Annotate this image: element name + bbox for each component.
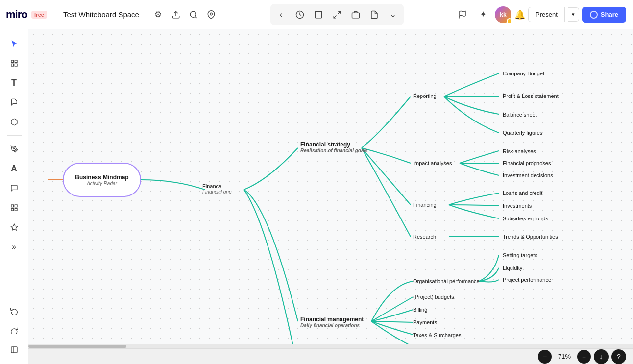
frames-button[interactable]	[310, 6, 327, 24]
financial-management-label: Financial management Daily financial ope…	[300, 316, 364, 328]
avatar-status-badge	[507, 18, 512, 24]
center-toolbar: ‹ ⌄	[270, 4, 404, 25]
taxes-surcharges-label: Taxes & Surcharges	[413, 332, 461, 338]
present-dropdown-button[interactable]: ▾	[568, 7, 579, 22]
select-tool[interactable]	[5, 34, 24, 53]
central-node-subtitle: Activity Radar	[87, 181, 117, 186]
svg-point-3	[210, 13, 213, 15]
risk-analyses-label: Risk analyses	[503, 148, 536, 154]
svg-rect-5	[315, 11, 322, 18]
sparkle-button[interactable]: ✦	[474, 6, 492, 24]
org-performance-label: Organisational performance	[413, 278, 480, 284]
pen-tool[interactable]	[5, 140, 24, 158]
globe-icon	[590, 11, 598, 19]
more-center-button[interactable]: ⌄	[384, 6, 402, 24]
loans-credit-label: Loans and credit	[503, 190, 542, 196]
central-node-title: Business Mindmap	[75, 174, 128, 181]
text-tool[interactable]: T	[5, 73, 24, 92]
font-tool[interactable]: A	[5, 159, 24, 178]
liquidity-label: Liquidity	[503, 265, 522, 271]
fullscreen-button[interactable]	[328, 6, 346, 24]
help-button[interactable]: ?	[611, 349, 626, 364]
central-node[interactable]: Business Mindmap Activity Radar	[63, 163, 141, 197]
financial-strategy-label: Financial strategy Realisation of financ…	[300, 141, 368, 153]
scrollbar-thumb[interactable]	[28, 345, 126, 348]
download-button[interactable]: ↓	[594, 349, 609, 364]
shape-tool[interactable]	[5, 113, 24, 131]
redo-button[interactable]	[5, 321, 24, 340]
svg-rect-10	[11, 60, 14, 63]
svg-rect-17	[11, 208, 14, 211]
svg-line-7	[334, 15, 336, 18]
financial-prognoses-label: Financial prognoses	[503, 160, 551, 166]
sidebar-sep-1	[7, 135, 22, 136]
svg-line-6	[338, 11, 340, 14]
canvas[interactable]: .branch-line { fill: none; stroke: #1abc…	[28, 29, 633, 364]
quarterly-figures-label: Quarterly figures	[503, 130, 542, 136]
trends-opportunities-label: Trends & Opportunities	[503, 234, 558, 240]
zoom-out-button[interactable]: −	[538, 350, 552, 364]
investment-decisions-label: Investment decisions	[503, 172, 553, 178]
zoom-level-display: 71%	[555, 353, 574, 360]
left-sidebar: T A »	[0, 29, 28, 364]
logo-area: miro free	[0, 8, 53, 21]
svg-rect-12	[11, 64, 14, 66]
share-label: Share	[601, 11, 618, 18]
sticky-tool[interactable]	[5, 93, 24, 112]
voting-button[interactable]	[347, 6, 365, 24]
pin-button[interactable]	[202, 6, 220, 24]
svg-marker-19	[11, 224, 17, 230]
avatar[interactable]: kk	[495, 6, 511, 23]
notes-button[interactable]	[365, 6, 383, 24]
notification-bell-icon[interactable]: 🔔	[514, 9, 525, 20]
zoom-in-button[interactable]: +	[577, 350, 591, 364]
expand-sidebar-btn[interactable]: »	[5, 238, 24, 256]
search-button[interactable]	[185, 6, 202, 24]
present-button[interactable]: Present	[528, 7, 565, 22]
svg-rect-16	[15, 205, 17, 207]
free-badge: free	[31, 11, 47, 19]
investments-label: Investments	[503, 203, 532, 209]
nav-divider-2	[146, 7, 146, 22]
collapse-button[interactable]: ‹	[272, 6, 290, 24]
svg-rect-8	[352, 13, 359, 18]
avatar-initials: kk	[500, 11, 506, 18]
pl-statement-label: Profit & Loss statement	[503, 93, 559, 99]
research-label: Research	[413, 234, 436, 240]
sidebar-sep-2	[7, 297, 22, 297]
flag-button[interactable]	[454, 6, 471, 24]
setting-targets-label: Setting targets	[503, 252, 537, 258]
share-button[interactable]: Share	[582, 7, 626, 23]
balance-sheet-label: Balance sheet	[503, 112, 537, 118]
workspace-title: Test Whiteboard Space	[59, 10, 143, 19]
svg-rect-20	[11, 347, 17, 353]
financing-label: Financing	[413, 202, 437, 208]
bottom-bar: − 71% + ↓ ?	[28, 348, 633, 364]
comment-tool[interactable]	[5, 179, 24, 197]
subsidies-label: Subsidies en funds	[503, 216, 548, 221]
miro-logo: miro	[6, 8, 27, 21]
board-view-button[interactable]	[5, 340, 24, 359]
impact-analyses-label: Impact analyses	[413, 160, 452, 166]
nav-right: ✦ kk 🔔 Present▾ Share	[454, 6, 633, 24]
svg-line-2	[195, 16, 196, 18]
settings-button[interactable]: ⚙	[149, 6, 167, 24]
company-budget-label: Company Budget	[503, 71, 544, 76]
more-shapes-tool[interactable]	[5, 218, 24, 237]
svg-rect-18	[15, 208, 17, 211]
project-performance-label: Project performance	[503, 277, 551, 283]
finance-label: Finance Financial grip	[202, 183, 231, 194]
sidebar-bottom	[5, 294, 24, 359]
nav-divider-1	[56, 7, 56, 22]
svg-point-14	[13, 148, 15, 149]
svg-rect-15	[11, 205, 14, 207]
upload-button[interactable]	[167, 6, 185, 24]
grid-tool[interactable]	[5, 198, 24, 217]
horizontal-scrollbar[interactable]	[28, 344, 633, 348]
svg-rect-11	[15, 60, 17, 63]
svg-rect-13	[15, 64, 17, 66]
undo-button[interactable]	[5, 301, 24, 320]
timer-button[interactable]	[291, 6, 309, 24]
frame-tool[interactable]	[5, 54, 24, 73]
billing-label: Billing	[413, 307, 427, 313]
